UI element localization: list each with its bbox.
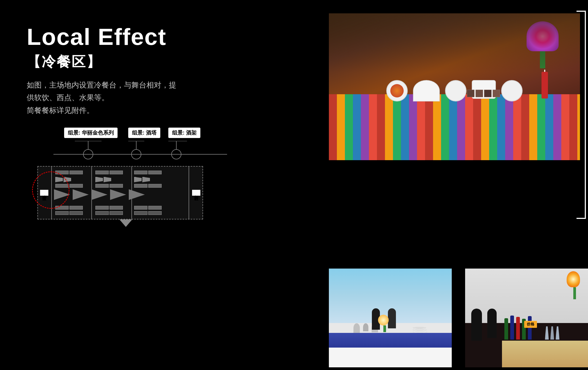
subtitle-text: 【冷餐区】 bbox=[27, 54, 102, 69]
description-line1: 如图，主场地内设置冷餐台，与舞台相对，提供软饮、西点、水果等。 bbox=[27, 81, 176, 102]
svg-marker-11 bbox=[73, 189, 89, 200]
label-tag-2: 组景: 酒塔 bbox=[128, 128, 160, 138]
price-tag: 价格 bbox=[524, 321, 537, 328]
table-section-5 bbox=[95, 206, 123, 215]
flower-table bbox=[378, 315, 391, 331]
divider-4 bbox=[189, 167, 189, 219]
description-line2: 简餐餐标详见附件。 bbox=[27, 106, 94, 115]
wine-persons bbox=[471, 309, 497, 341]
flower-wine bbox=[567, 271, 583, 298]
table-section-2 bbox=[95, 171, 123, 188]
svg-marker-12 bbox=[91, 189, 107, 200]
main-title: Local Effect bbox=[27, 24, 219, 50]
white-tablecloth-drape bbox=[329, 348, 452, 367]
page-container: Local Effect 【冷餐区】 如图，主场地内设置冷餐台，与舞台相对，提供… bbox=[0, 0, 588, 370]
table-section-6 bbox=[134, 206, 162, 215]
left-content: Local Effect 【冷餐区】 如图，主场地内设置冷餐台，与舞台相对，提供… bbox=[27, 24, 219, 219]
svg-marker-14 bbox=[129, 189, 145, 200]
subtitle: 【冷餐区】 bbox=[27, 53, 219, 71]
label-tag-3: 组景: 酒架 bbox=[168, 128, 200, 138]
connector-lines bbox=[53, 141, 230, 165]
plate-stack bbox=[413, 327, 427, 333]
right-bracket bbox=[577, 11, 586, 219]
stage-area-label: 舞台区 bbox=[192, 190, 200, 196]
bottom-right-image: 价格 bbox=[465, 269, 588, 367]
desserts bbox=[467, 90, 500, 97]
svg-marker-13 bbox=[110, 189, 126, 200]
arrow-row bbox=[54, 189, 177, 200]
right-images-area: 价格 bbox=[321, 0, 588, 370]
food-plates bbox=[354, 80, 555, 101]
cold-area-label: 冷餐区 bbox=[40, 190, 48, 196]
label-tag-1: 组景: 华丽金色系列 bbox=[64, 128, 118, 138]
top-right-image bbox=[329, 13, 580, 160]
candle bbox=[542, 72, 548, 99]
wine-glasses bbox=[545, 326, 559, 340]
table-section-3 bbox=[134, 171, 162, 188]
floor-plan-pointer bbox=[119, 219, 132, 227]
cold-area-circle bbox=[32, 171, 69, 209]
description: 如图，主场地内设置冷餐台，与舞台相对，提供软饮、西点、水果等。 简餐餐标详见附件… bbox=[27, 79, 182, 117]
table-body bbox=[502, 341, 588, 367]
striped-cloth bbox=[329, 94, 580, 160]
bottom-left-image bbox=[329, 269, 452, 367]
floor-plan-container: 组景: 华丽金色系列 组景: 酒塔 组景: 酒架 bbox=[27, 128, 208, 219]
table-section-4 bbox=[55, 206, 83, 215]
